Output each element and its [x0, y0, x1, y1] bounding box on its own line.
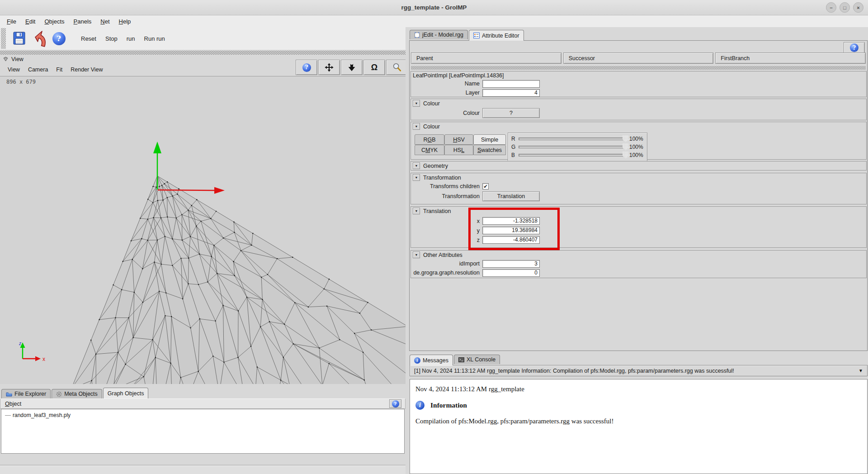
reset-button[interactable]: Reset — [76, 33, 101, 44]
toolbar-grip[interactable] — [1, 28, 6, 49]
translation-z-input[interactable]: -4.860407 — [482, 236, 540, 244]
view-zoom-button[interactable] — [341, 60, 363, 75]
menu-file[interactable]: File — [3, 17, 20, 26]
menu-panels[interactable]: Panels — [70, 17, 96, 26]
main-toolbar: ? Reset Stop run Run run — [0, 27, 406, 50]
section-title: Colour — [423, 123, 440, 130]
slider-track-r[interactable] — [519, 137, 626, 140]
chevron-down-icon: ▼ — [859, 368, 863, 373]
transformation-type-button[interactable]: Translation — [482, 191, 540, 201]
tab-meta-objects[interactable]: Meta Objects — [52, 389, 102, 398]
slider-thumb-b[interactable] — [623, 152, 629, 159]
view-pan-button[interactable] — [318, 60, 340, 75]
messages-tabs: i Messages XL Console — [410, 355, 500, 365]
undo-button[interactable] — [29, 29, 48, 48]
collapse-button[interactable]: ▼ — [413, 174, 420, 181]
explorer-tabs: File Explorer Meta Objects Graph Objects — [0, 388, 406, 398]
view-help-button[interactable]: ? — [296, 60, 317, 75]
run-run-button[interactable]: Run run — [140, 33, 170, 44]
message-selector-dropdown[interactable]: [1] Nov 4, 2024 11:13:12 AM rgg_template… — [410, 365, 868, 376]
tab-attribute-editor[interactable]: Attribute Editor — [469, 30, 524, 41]
menu-help[interactable]: Help — [115, 17, 135, 26]
explorer-help-button[interactable]: ? — [389, 399, 401, 408]
collapse-button[interactable]: ▼ — [413, 123, 420, 130]
viewport-3d-canvas[interactable]: xz — [0, 76, 406, 384]
view-menu-camera[interactable]: Camera — [24, 66, 52, 74]
dropdown-value: [1] Nov 4, 2024 11:13:12 AM rgg_template… — [414, 368, 734, 374]
mode-cmyk-button[interactable]: CMYK — [415, 145, 444, 155]
collapse-button[interactable]: ▼ — [413, 100, 420, 107]
mode-swatches-button[interactable]: Swatches — [473, 145, 506, 155]
section-title: Transformation — [423, 175, 461, 181]
stop-button[interactable]: Stop — [101, 33, 122, 44]
object-header: LeafPointImpl [LeafPointImpl.14836] — [411, 71, 866, 79]
mode-hsl-button[interactable]: HSL — [444, 145, 473, 155]
triangle-down-icon: ▼ — [415, 102, 418, 105]
menu-net[interactable]: Net — [96, 17, 113, 26]
move-icon — [324, 62, 334, 72]
collapsed-panel-strip[interactable] — [0, 465, 406, 474]
idimport-input[interactable]: 3 — [482, 260, 540, 268]
save-button[interactable] — [9, 29, 28, 48]
mode-hsv-button[interactable]: HSV — [444, 134, 473, 145]
slider-row-g: G 100% — [511, 143, 643, 151]
collapse-button[interactable]: ▼ — [413, 162, 420, 169]
slider-thumb-g[interactable] — [623, 143, 629, 151]
panel-splitter-horizontal[interactable] — [0, 51, 406, 55]
translation-x-input[interactable]: -1.328518 — [482, 217, 540, 225]
firstbranch-button[interactable]: FirstBranch — [715, 52, 866, 64]
help-button[interactable]: ? — [49, 29, 68, 48]
tab-jedit-model[interactable]: jEdit - Model.rgg — [410, 30, 468, 39]
slider-row-b: B 100% — [511, 151, 643, 159]
tree-item-mesh[interactable]: random_leaf3_mesh.ply — [2, 412, 403, 419]
panel-splitter-vertical[interactable] — [406, 27, 409, 474]
parent-button[interactable]: Parent — [411, 52, 561, 64]
slider-thumb-r[interactable] — [623, 135, 629, 142]
view-menu-render-view[interactable]: Render View — [66, 66, 107, 74]
translation-y-input[interactable]: 19.368984 — [482, 227, 540, 234]
window-controls: – □ × — [826, 2, 863, 13]
slider-track-g[interactable] — [519, 146, 626, 148]
layer-input[interactable]: 4 — [482, 89, 540, 97]
attribute-splitter[interactable] — [411, 66, 866, 70]
section-other-attributes: ▼ Other Attributes idImport 3 de.grogra.… — [410, 250, 867, 278]
slider-label: B — [511, 152, 517, 158]
translation-z-label: z — [411, 237, 482, 243]
tab-xl-console[interactable]: XL Console — [454, 355, 500, 364]
collapse-button[interactable]: ▼ — [413, 208, 420, 214]
maximize-button[interactable]: □ — [840, 2, 850, 13]
tab-messages[interactable]: i Messages — [410, 355, 453, 365]
tab-graph-objects[interactable]: Graph Objects — [103, 388, 149, 398]
layer-label: Layer — [411, 90, 482, 96]
tab-file-explorer[interactable]: File Explorer — [1, 389, 51, 398]
magnifier-icon — [392, 62, 402, 72]
triangle-down-icon: ▼ — [415, 125, 418, 128]
mode-simple-button[interactable]: Simple — [473, 134, 506, 145]
successor-button[interactable]: Successor — [563, 52, 714, 64]
help-icon: ? — [52, 32, 66, 45]
view-rotate-button[interactable]: Ω — [363, 60, 385, 75]
explorer-menubar: Object ? — [0, 398, 406, 409]
attribute-editor-help-button[interactable]: ? — [844, 42, 865, 53]
close-button[interactable]: × — [853, 2, 863, 13]
menu-objects[interactable]: Objects — [40, 17, 68, 26]
run-button[interactable]: run — [122, 33, 140, 44]
view-magnify-button[interactable] — [386, 60, 408, 75]
view-menu-fit[interactable]: Fit — [52, 66, 66, 74]
object-menu[interactable]: Object — [5, 401, 21, 407]
close-icon: × — [857, 5, 859, 10]
name-input[interactable] — [482, 80, 540, 88]
colour-value-button[interactable]: ? — [482, 108, 540, 118]
help-icon: ? — [850, 43, 859, 52]
save-floppy-icon — [13, 32, 25, 45]
section-title: Other Attributes — [423, 252, 462, 258]
colour-label: Colour — [411, 110, 482, 116]
resolution-input[interactable]: 0 — [482, 269, 540, 277]
mode-rgb-button[interactable]: RGB — [415, 134, 444, 145]
minimize-button[interactable]: – — [826, 2, 836, 13]
view-menu-view[interactable]: View — [4, 66, 24, 74]
collapse-button[interactable]: ▼ — [413, 251, 420, 258]
transforms-children-checkbox[interactable]: ✔ — [482, 183, 489, 190]
slider-track-b[interactable] — [519, 154, 626, 156]
menu-edit[interactable]: Edit — [21, 17, 39, 26]
